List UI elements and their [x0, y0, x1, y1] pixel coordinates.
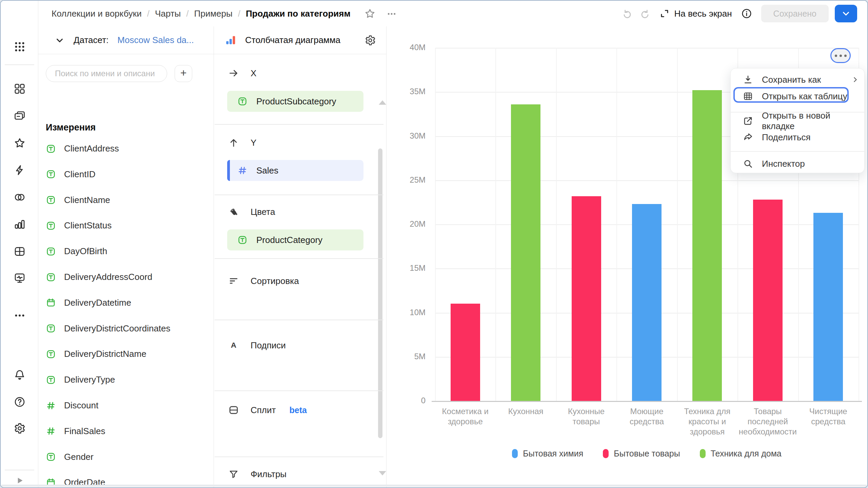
save-dropdown-button[interactable] — [835, 5, 857, 22]
y-axis-tick: 5M — [395, 352, 426, 361]
menu-item-Инспектор[interactable]: Инспектор — [735, 158, 860, 169]
bar-Чистящие средства[interactable] — [813, 213, 843, 401]
menu-item-Открыть как таблицу[interactable]: Открыть как таблицу — [735, 90, 860, 102]
add-field-button[interactable]: + — [175, 65, 192, 82]
menu-item-label: Сохранить как — [762, 75, 842, 85]
chart-type-label[interactable]: Столбчатая диаграмма — [245, 35, 356, 45]
sort-icon — [228, 276, 239, 286]
rail-linked-circles-icon[interactable] — [1, 191, 38, 203]
dataset-field-FinalSales[interactable]: FinalSales — [46, 426, 105, 436]
rail-lightning-icon[interactable] — [1, 164, 38, 176]
legend-marker — [603, 449, 609, 458]
section-divider — [215, 124, 383, 125]
bar-Косметика и здоровье[interactable] — [451, 304, 480, 401]
bar-Моющие средства[interactable] — [632, 204, 662, 401]
breadcrumb-item[interactable]: Коллекции и воркбуки — [52, 8, 142, 19]
column-chart-icon[interactable] — [225, 34, 237, 46]
rail-gear-icon[interactable] — [1, 422, 38, 434]
save-button[interactable]: Сохранено — [761, 5, 829, 22]
dataset-field-ClientID[interactable]: ClientID — [46, 169, 95, 180]
rail-apps-grid-icon[interactable] — [1, 41, 38, 53]
dimensions-section-title: Измерения — [46, 122, 96, 133]
rail-table-icon[interactable] — [1, 245, 38, 258]
dataset-field-Discount[interactable]: Discount — [46, 400, 98, 411]
collapse-chevron-icon[interactable] — [55, 35, 65, 45]
fullscreen-label: На весь экран — [674, 8, 732, 19]
scroll-down-arrow[interactable] — [379, 471, 386, 475]
menu-item-Сохранить как[interactable]: Сохранить как — [735, 74, 860, 85]
string-field-icon — [46, 452, 56, 462]
string-field-icon — [46, 349, 56, 359]
bar-Товары последней необходимости[interactable] — [753, 200, 783, 401]
field-name: DayOfBirth — [64, 246, 107, 257]
dataset-field-DeliveryAddressCoord[interactable]: DeliveryAddressCoord — [46, 272, 152, 282]
field-name: ClientName — [64, 195, 110, 205]
field-chip-ProductSubcategory[interactable]: ProductSubcategory — [227, 91, 363, 112]
field-search-input[interactable] — [46, 65, 167, 82]
string-field-icon — [46, 221, 56, 231]
config-scrollbar[interactable] — [378, 148, 382, 438]
undo-icon[interactable] — [622, 8, 633, 19]
dataset-name-link[interactable]: Moscow Sales da... — [117, 35, 194, 45]
dataset-header[interactable]: Датасет: Moscow Sales da... — [38, 26, 214, 54]
rail-star-icon[interactable] — [1, 137, 38, 149]
dataset-field-DeliveryType[interactable]: DeliveryType — [46, 374, 115, 385]
table-icon — [14, 245, 26, 258]
scroll-up-arrow[interactable] — [379, 100, 386, 105]
config-section-Сплит[interactable]: Сплитbeta — [228, 405, 307, 415]
arrow-up-icon — [228, 137, 239, 148]
bar-Кухонные товары[interactable] — [572, 196, 601, 401]
dataset-field-ClientStatus[interactable]: ClientStatus — [46, 220, 112, 231]
dataset-field-ClientName[interactable]: ClientName — [46, 195, 110, 205]
y-axis-tick: 0 — [395, 396, 426, 405]
legend-item-Бытовая химия[interactable]: Бытовая химия — [512, 449, 583, 459]
monitor-icon — [14, 272, 26, 284]
info-icon[interactable] — [741, 8, 752, 19]
rail-tiles-icon[interactable] — [1, 83, 38, 95]
dataset-field-ClientAddress[interactable]: ClientAddress — [46, 143, 119, 154]
config-section-Y[interactable]: Y — [228, 137, 256, 148]
config-section-Фильтры[interactable]: Фильтры — [228, 469, 287, 480]
datalens-app-window: Коллекции и воркбуки/Чарты/Примеры/Прода… — [0, 0, 868, 488]
breadcrumb-more-icon[interactable] — [387, 9, 397, 19]
fullscreen-button[interactable]: На весь экран — [659, 8, 732, 19]
breadcrumb-item[interactable]: Чарты — [155, 8, 181, 19]
y-axis-tick: 15M — [395, 263, 426, 273]
y-axis-tick: 40M — [395, 43, 426, 52]
bar-Кухонная[interactable] — [511, 104, 540, 401]
bar-Техника для красоты и здоровья[interactable] — [692, 90, 722, 401]
dataset-field-DeliveryDistrictCoordinates[interactable]: DeliveryDistrictCoordinates — [46, 323, 171, 334]
dataset-field-DayOfBirth[interactable]: DayOfBirth — [46, 246, 107, 257]
config-section-X[interactable]: X — [228, 68, 256, 79]
dataset-field-DeliveryDatetime[interactable]: DeliveryDatetime — [46, 298, 131, 308]
rail-bar-chart-icon[interactable] — [1, 218, 38, 230]
field-chip-ProductCategory[interactable]: ProductCategory — [227, 229, 363, 250]
config-section-Сортировка[interactable]: Сортировка — [228, 276, 299, 286]
rail-bell-icon[interactable] — [1, 369, 38, 381]
legend-item-Бытовые товары[interactable]: Бытовые товары — [603, 449, 680, 459]
menu-item-Поделиться[interactable]: Поделиться — [735, 131, 860, 143]
breadcrumb-item[interactable]: Примеры — [194, 8, 232, 19]
field-name: DeliveryAddressCoord — [64, 272, 152, 282]
rail-collections-icon[interactable] — [1, 110, 38, 122]
field-chip-Sales[interactable]: Sales — [227, 160, 363, 181]
x-axis-line — [432, 401, 862, 402]
chart-more-button[interactable] — [830, 48, 851, 63]
rail-divider — [5, 470, 34, 470]
redo-icon[interactable] — [639, 8, 650, 19]
favorite-star-icon[interactable] — [364, 8, 376, 19]
section-divider — [215, 258, 383, 259]
menu-item-label: Инспектор — [762, 159, 860, 169]
rail-monitor-icon[interactable] — [1, 272, 38, 284]
config-section-Цвета[interactable]: Цвета — [228, 206, 275, 217]
menu-item-Открыть в новой вкладке[interactable]: Открыть в новой вкладке — [735, 115, 860, 127]
h-gridline — [435, 48, 859, 48]
chart-settings-gear-icon[interactable] — [364, 35, 376, 46]
dataset-field-DeliveryDistrictName[interactable]: DeliveryDistrictName — [46, 349, 146, 359]
rail-more-icon[interactable] — [1, 309, 38, 322]
dataset-field-Gender[interactable]: Gender — [46, 452, 94, 462]
rail-help-icon[interactable] — [1, 396, 38, 408]
config-section-Подписи[interactable]: AПодписи — [228, 340, 286, 351]
legend-item-Техника для дома[interactable]: Техника для дома — [700, 449, 782, 459]
section-divider — [215, 390, 383, 391]
